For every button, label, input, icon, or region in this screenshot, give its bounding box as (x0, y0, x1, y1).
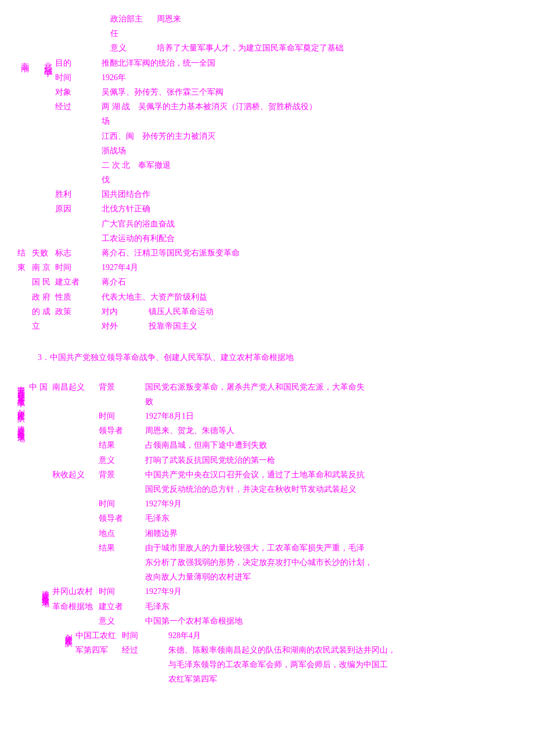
row-hj4-jinguo-cont1: 与毛泽东领导的工农革命军会师，两军会师后，改编为中国工 (75, 657, 396, 672)
row-chang: 场 (102, 114, 317, 128)
col-label-jinguo: 经过 (55, 99, 102, 114)
row-jgg-time: 井冈山农村 时间 1927年9月 (52, 584, 396, 599)
col-val-shijian1: 1926年 (102, 70, 317, 85)
col-val-qs-jieguo: 由于城市里敌人的力量比较强大，工农革命军损失严重，毛泽 (145, 541, 396, 555)
col-val-jiangximin: 江西、闽 孙传芳的主力被消灭 (102, 129, 215, 143)
col-val-lianghuzhan: 两 湖 战 吴佩孚的主力基本被消灭（汀泗桥、贺胜桥战役） (102, 99, 317, 114)
row-hj4-shijian: 中国工农红 时间 928年4月 (75, 628, 396, 643)
col-val-qs-bg: 中国共产党中央在汉口召开会议，通过了土地革命和武装反抗 (145, 467, 396, 482)
col-zhongguo2: 中 国 (29, 380, 52, 394)
col-val-duixiang: 吴佩孚、孙传芳、张作霖三个军阀 (102, 85, 317, 99)
row-li-duiwai: 立 对外 投靠帝国主义 (17, 319, 517, 333)
row-nc-bg-cont: 败 (29, 394, 396, 409)
col-val-qs-lingdao: 毛泽东 (145, 511, 396, 525)
col-val-nc-jieguo: 占领南昌城，但南下途中遭到失败 (145, 438, 396, 452)
col-nanjing: 南 京 (32, 260, 55, 275)
col-label-qs-didian: 地点 (99, 526, 145, 541)
col-val-nc-yiyi: 打响了武装反抗国民党统治的第一枪 (145, 453, 396, 467)
row-nc-lingdaozhe: 领导者 周恩来、贺龙、朱德等人 (29, 423, 396, 438)
row-qs-jieguo: 结果 由于城市里敌人的力量比较强大，工农革命军损失严重，毛泽 (29, 541, 396, 555)
col-label-shengli: 胜利 (55, 187, 102, 201)
col-label-ren: 任 (110, 26, 157, 41)
col-section3-title: 3．中国共产党独立领导革命战争、创建人民军队、建立农村革命根据地 (17, 336, 517, 380)
col-li: 立 (32, 319, 55, 333)
row-zhengfu-xingzhi: 政 府 性质 代表大地主、大资产阶级利益 (17, 290, 517, 304)
row-ren: 任 (17, 26, 517, 41)
col-label-qs-bg: 背景 (99, 467, 145, 482)
col-label-qs-jieguo: 结果 (99, 541, 145, 555)
row-jianli-nongjun: 建立农村革命根据地 井冈山农村 时间 1927年9月 革命根据地 建立者 毛泽东 (29, 584, 396, 686)
col-vert-beifa: 北伐战争 (32, 56, 55, 65)
row-mudi: 目的 推翻北洋军阀的统治，统一全国 (55, 56, 317, 70)
col-val-jianlizheng: 蒋介石 (102, 275, 517, 289)
row-duixiang: 对象 吴佩孚、孙传芳、张作霖三个军阀 (55, 85, 317, 99)
row-ercibei: 二 次 北 奉军撤退 (102, 158, 317, 172)
col-val-hj4-jinguo1: 朱德、陈毅率领南昌起义的队伍和湖南的农民武装到达井冈山， (168, 643, 396, 657)
col-val-yuanyin3: 工农运动的有利配合 (102, 231, 317, 246)
col-shibai: 失败 (32, 246, 55, 260)
row-lianghuzhan: 两 湖 战 吴佩孚的主力基本被消灭（汀泗桥、贺胜桥战役） (102, 99, 317, 114)
row-zhongguo-nanchang: 中国共产党独立领导革命战争、创建人民军队、建立农村革命根据地 中 国 南昌起义 … (17, 380, 517, 687)
col-decheng: 的 成 (32, 304, 55, 319)
col-val-yiyi1: 培养了大量军事人才，为建立国民革命军奠定了基础 (157, 41, 517, 55)
row-section3-title: 3．中国共产党独立领导革命战争、创建人民军队、建立农村革命根据地 (17, 336, 517, 380)
col-label-hj4-jun: 军第四军 (75, 643, 122, 657)
col-val-hj4-shijian: 928年4月 (168, 628, 396, 643)
col-label-hj4-jinguo: 经过 (122, 643, 168, 657)
col-val-shijian2: 1927年4月 (102, 260, 517, 275)
col-val-beijing1: 国民党右派叛变革命，屠杀共产党人和国民党左派，大革命失 (145, 380, 396, 394)
row-shijian1: 时间 1926年 (55, 70, 317, 85)
col-val-duinei: 对内 镇压人民革命运动 (102, 304, 517, 319)
row-fu: 伐 (102, 172, 317, 187)
col-label-zhengce: 政策 (55, 304, 102, 319)
row-zhezhan: 浙战场 (102, 143, 317, 158)
row-nc-shijian: 时间 1927年8月1日 (29, 409, 396, 423)
col-val-fu: 伐 (102, 172, 110, 187)
col-val-qs-didian: 湘赣边界 (145, 526, 396, 541)
col-val-hj4-jinguo2: 与毛泽东领导的工农革命军会师，两军会师后，改编为中国工 (168, 657, 396, 672)
row-shengli: 胜利 国共团结合作 (55, 187, 317, 201)
row-yuanyin: 原因 北伐方针正确 广大官兵的浴血奋战 工农运动的有利配合 (55, 201, 317, 246)
row-political-head: 政治部主 周恩来 (17, 12, 517, 26)
row-dong-nanjing: 東 南 京 时间 1927年4月 (17, 260, 517, 275)
row-decheng-zhengce-duinei: 的 成 政策 对内 镇压人民革命运动 (17, 304, 517, 319)
col-zhengfu: 政 府 (32, 290, 55, 304)
row-nc-yiyi: 意义 打响了武装反抗国民党统治的第一枪 (29, 453, 396, 467)
col-label-mudi: 目的 (55, 56, 102, 70)
row-jie-shibai: 结 失败 标志 蒋介石、汪精卫等国民党右派叛变革命 (17, 246, 517, 260)
row-qs-shijian: 时间 1927年9月 (29, 496, 396, 511)
col-label-nc-jieguo: 结果 (99, 438, 145, 452)
col-val-qs-jieguo-cont2: 改向敌人力量薄弱的农村进军 (145, 570, 396, 584)
col-vert-long: 中国共产党独立领导革命战争、创建人民军队、建立农村革命根据地 (17, 380, 28, 430)
col-val-qs-shijian: 1927年9月 (145, 496, 396, 511)
col-label-duixiang: 对象 (55, 85, 102, 99)
col-val-yuanyin2: 广大官兵的浴血奋战 (102, 217, 317, 231)
col-vert-chuangjian: 创建人民军队 (52, 628, 75, 635)
col-label-jianlizheng: 建立者 (55, 275, 102, 289)
row-nc-bg: 中 国 南昌起义 背景 国民党右派叛变革命，屠杀共产党人和国民党左派，大革命失 (29, 380, 396, 394)
row-chuangjian: 创建人民军队 中国工农红 时间 928年4月 军第四军 经过 (52, 628, 396, 687)
col-val-ercibei: 二 次 北 奉军撤退 (102, 158, 171, 172)
col-val-hj4-jinguo3: 农红军第四军 (168, 672, 396, 686)
row-yiyi1: 意义 培养了大量军事人才，为建立国民革命军奠定了基础 (17, 41, 517, 55)
col-label-jgg: 井冈山农村 (52, 584, 99, 599)
col-label-shijian2: 时间 (55, 260, 102, 275)
col-label-hj4-shijian: 时间 (122, 628, 168, 643)
row-qiushou: 秋收起义 背景 中国共产党中央在汉口召开会议，通过了土地革命和武装反抗 (29, 467, 396, 482)
col-val-qs-bg-cont: 国民党反动统治的总方针，并决定在秋收时节发动武装起义 (145, 482, 396, 496)
col-label-yuanyin: 原因 (55, 201, 102, 216)
col-val-jgg-shijian: 1927年9月 (145, 584, 396, 599)
col-jie: 结 (17, 246, 32, 260)
col-val-xingzhi: 代表大地主、大资产阶级利益 (102, 290, 517, 304)
col-label-qs-shijian: 时间 (99, 496, 145, 511)
col-label-jgg-genjudi: 革命根据地 (52, 599, 99, 614)
col-label-jgg-shijian: 时间 (99, 584, 145, 599)
col-label-xingzhi: 性质 (55, 290, 102, 304)
col-val-nc-shijian: 1927年8月1日 (145, 409, 396, 423)
row-hj4-jinguo: 军第四军 经过 朱德、陈毅率领南昌起义的队伍和湖南的农民武装到达井冈山， (75, 643, 396, 657)
col-val-beijing1-cont: 败 (145, 394, 396, 409)
row-nc-jieguo: 结果 占领南昌城，但南下途中遭到失败 (29, 438, 396, 452)
col-val-mudi: 推翻北洋军阀的统治，统一全国 (102, 56, 317, 70)
col-val-jgg-yiyi: 中国第一个农村革命根据地 (145, 614, 396, 628)
col-label-qiushou: 秋收起义 (52, 467, 99, 482)
